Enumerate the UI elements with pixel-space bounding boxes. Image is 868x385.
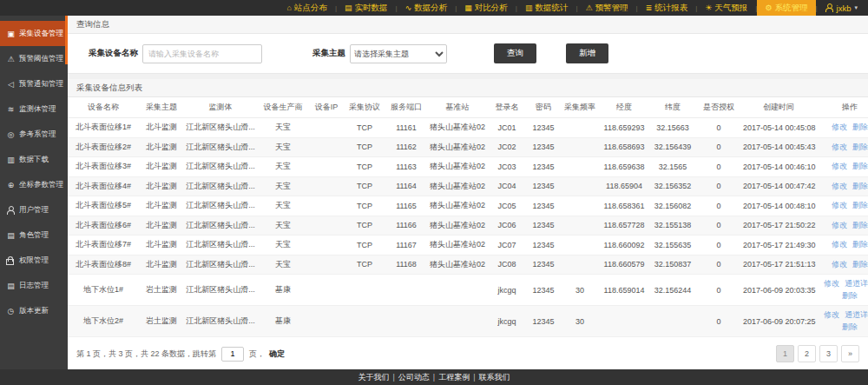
action-link[interactable]: 删除 [852, 162, 868, 170]
sidebar-item-坐标参数管理[interactable]: ⊕ 坐标参数管理 [0, 172, 68, 197]
separator: | [392, 373, 394, 382]
action-link[interactable]: 删除 [852, 182, 868, 190]
action-link[interactable]: 修改 [824, 310, 839, 319]
action-link[interactable]: 通道详情 [845, 279, 868, 288]
action-link[interactable]: 删除 [852, 123, 868, 131]
sidebar-item-角色管理[interactable]: ▤ 角色管理 [0, 222, 68, 248]
cell: 岩土监测 [139, 306, 184, 337]
action-link[interactable]: 修改 [832, 240, 847, 249]
sidebar-item-参考系管理[interactable]: ◎ 参考系管理 [0, 122, 68, 147]
page-button-2[interactable]: 2 [798, 345, 816, 362]
table-row: 地下水位1#岩土监测江北新区猪头山滑...基康jkcgq1234530118.6… [68, 275, 868, 306]
cell: 基康 [257, 275, 309, 306]
action-link[interactable]: 修改 [832, 260, 847, 269]
action-link[interactable]: 修改 [832, 201, 847, 209]
top-nav-item[interactable]: ▦ 对比分析 [457, 0, 516, 16]
action-link[interactable]: 通道详情 [845, 310, 868, 319]
cell: 猪头山基准站02 [427, 196, 488, 216]
alert-icon: ⚠ [585, 4, 592, 12]
action-link[interactable]: 删除 [842, 322, 858, 331]
sidebar-item-预警阈值管理[interactable]: ⚠ 预警阈值管理 [0, 46, 68, 71]
search-button[interactable]: 查询 [494, 43, 536, 63]
cell: 北斗监测 [139, 176, 184, 196]
cell: 2017-05-14 00:48:10 [741, 196, 816, 216]
cell: 0 [696, 176, 741, 196]
action-link[interactable]: 删除 [852, 260, 868, 269]
sidebar-item-数据下载[interactable]: ▥ 数据下载 [0, 147, 68, 172]
sidebar-item-版本更新[interactable]: ◷ 版本更新 [0, 298, 68, 323]
footer-link[interactable]: 联系我们 [479, 372, 510, 383]
top-nav-item[interactable]: ▤ 实时数据 [337, 0, 396, 16]
cell [309, 275, 344, 306]
cell: 江北新区猪头山滑... [184, 196, 257, 216]
action-link[interactable]: 修改 [832, 143, 847, 151]
cell: 30 [561, 306, 599, 337]
notify-icon: ◁ [6, 80, 16, 89]
column-header: 设备名称 [68, 97, 139, 118]
column-header: 是否授权 [696, 97, 741, 118]
page-jump-input[interactable] [221, 347, 244, 362]
footer-link[interactable]: 公司动态 [398, 372, 430, 383]
topic-select[interactable]: 请选择采集主题 [350, 44, 447, 63]
cell: 江北新区猪头山滑... [184, 306, 257, 337]
action-link[interactable]: 删除 [842, 291, 858, 300]
cell: 12345 [526, 196, 561, 216]
cell: JC04 [488, 176, 526, 196]
cell: 2017-06-09 20:03:35 [741, 275, 816, 306]
sidebar-item-日志管理[interactable]: ▤ 日志管理 [0, 273, 68, 298]
page-button-»[interactable]: » [841, 345, 859, 362]
top-nav-item[interactable]: ⌂ 站点分布 [279, 0, 335, 16]
footer-link[interactable]: 工程案例 [438, 372, 470, 383]
cell: 2017-05-17 21:49:30 [741, 236, 816, 256]
cell: 江北新区猪头山滑... [184, 255, 257, 275]
cell: 天宝 [257, 255, 309, 275]
user-menu[interactable]: jxkb ▾ [818, 0, 868, 16]
cell [309, 236, 344, 256]
bar-chart-icon: ▥ [525, 4, 533, 12]
cell: 12345 [526, 157, 561, 177]
device-table: 设备名称采集主题监测体设备生产商设备IP采集协议服务端口基准站登录名密码采集频率… [68, 97, 868, 337]
action-link[interactable]: 修改 [832, 123, 847, 131]
cell: jkcgq [488, 306, 526, 337]
cell [385, 306, 427, 337]
sidebar-scrollbar[interactable] [65, 16, 68, 64]
top-nav-item[interactable]: ⚙ 系统管理 [757, 0, 815, 16]
top-nav-item[interactable]: ⚠ 预警管理 [577, 0, 635, 16]
cell: 北斗表面位移7# [68, 236, 139, 256]
cell: 猪头山基准站02 [427, 118, 488, 138]
cell: 32.155138 [649, 216, 696, 236]
sidebar-item-用户管理[interactable]: 用户管理 [0, 197, 68, 222]
cell [561, 216, 599, 236]
top-nav-item[interactable]: ▥ 数据统计 [517, 0, 576, 16]
top-nav-item[interactable]: ≣ 统计报表 [638, 0, 696, 16]
row-actions: 修改删除 [816, 255, 868, 275]
sidebar-item-权限管理[interactable]: 权限管理 [0, 248, 68, 273]
top-nav-item[interactable]: ∿ 数据分析 [398, 0, 456, 16]
table-row: 北斗表面位移2#北斗监测江北新区猪头山滑...天宝TCP11162猪头山基准站0… [68, 137, 868, 157]
top-nav-item[interactable]: ☀ 天气预报 [697, 0, 755, 16]
cell: TCP [344, 176, 385, 196]
column-header: 登录名 [488, 97, 526, 118]
action-link[interactable]: 修改 [824, 279, 839, 288]
cell [649, 306, 696, 337]
device-name-input[interactable] [142, 44, 262, 63]
action-link[interactable]: 删除 [852, 143, 868, 151]
sidebar-item-监测体管理[interactable]: ≋ 监测体管理 [0, 96, 68, 122]
confirm-button[interactable]: 确定 [269, 348, 285, 360]
cell: 江北新区猪头山滑... [184, 216, 257, 236]
page-button-3[interactable]: 3 [819, 345, 838, 362]
cell: 0 [696, 236, 741, 256]
sidebar-item-采集设备管理[interactable]: ▣ 采集设备管理 [0, 21, 68, 46]
page-button-1[interactable]: 1 [776, 345, 794, 362]
action-link[interactable]: 删除 [852, 240, 868, 249]
cell: TCP [344, 255, 385, 275]
footer-link[interactable]: 关于我们 [358, 372, 389, 383]
action-link[interactable]: 修改 [832, 182, 847, 190]
action-link[interactable]: 删除 [852, 201, 868, 209]
add-button[interactable]: 新增 [566, 43, 608, 63]
action-link[interactable]: 删除 [852, 221, 868, 229]
action-link[interactable]: 修改 [832, 221, 847, 229]
action-link[interactable]: 修改 [832, 162, 847, 170]
coordinate-icon: ⊕ [6, 181, 16, 189]
sidebar-item-预警通知管理[interactable]: ◁ 预警通知管理 [0, 71, 68, 96]
